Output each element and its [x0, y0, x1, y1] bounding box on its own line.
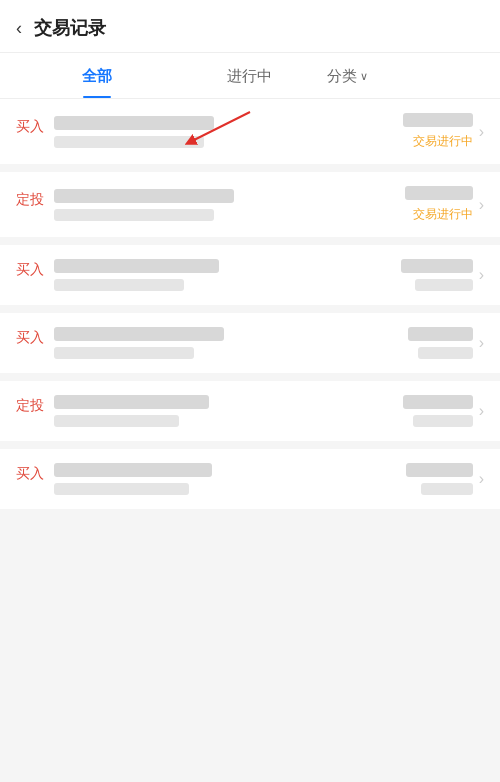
tx-detail-placeholder [54, 415, 179, 427]
chevron-right-icon: › [479, 402, 484, 420]
tab-all[interactable]: 全部 [20, 53, 173, 98]
tx-detail-placeholder [54, 136, 204, 148]
tx-type-label: 买入 [16, 261, 44, 279]
tx-info [54, 395, 393, 427]
tx-right: 交易进行中 [393, 186, 473, 223]
tx-amount2-placeholder [415, 279, 473, 291]
tx-name-placeholder [54, 116, 214, 130]
transaction-item[interactable]: 买入 › [0, 449, 500, 509]
tx-detail-placeholder [54, 483, 189, 495]
tx-type-label: 定投 [16, 397, 44, 415]
transaction-item[interactable]: 买入 › [0, 245, 500, 305]
tx-name-placeholder [54, 327, 224, 341]
page-title: 交易记录 [34, 16, 106, 40]
transaction-item[interactable]: 买入 交易进行中 › [0, 99, 500, 164]
back-button[interactable]: ‹ [16, 18, 22, 39]
tx-detail-placeholder [54, 347, 194, 359]
tx-left: 买入 [16, 327, 393, 359]
transaction-item[interactable]: 定投 › [0, 381, 500, 441]
tx-amount-placeholder [403, 113, 473, 127]
tx-right [393, 259, 473, 291]
app-container: ‹ 交易记录 全部 进行中 分类 ∨ 买入 [0, 0, 500, 509]
tx-type-label: 定投 [16, 191, 44, 209]
tx-name-placeholder [54, 189, 234, 203]
tx-left: 买入 [16, 259, 393, 291]
tx-amount-placeholder [405, 186, 473, 200]
tx-detail-placeholder [54, 279, 184, 291]
tx-right: 交易进行中 [393, 113, 473, 150]
tx-amount2-placeholder [418, 347, 473, 359]
tx-status: 交易进行中 [413, 206, 473, 223]
tx-right [393, 327, 473, 359]
tx-left: 买入 [16, 463, 393, 495]
chevron-right-icon: › [479, 123, 484, 141]
classify-dropdown-icon: ∨ [360, 70, 368, 83]
tab-classify[interactable]: 分类 ∨ [327, 53, 480, 98]
tx-left: 定投 [16, 189, 393, 221]
tx-name-placeholder [54, 463, 212, 477]
tx-name-placeholder [54, 259, 219, 273]
tx-amount2-placeholder [421, 483, 473, 495]
chevron-right-icon: › [479, 334, 484, 352]
tx-amount-placeholder [403, 395, 473, 409]
tx-amount2-placeholder [413, 415, 473, 427]
tab-bar: 全部 进行中 分类 ∨ [0, 53, 500, 99]
tx-right [393, 463, 473, 495]
tx-right [393, 395, 473, 427]
tx-amount-placeholder [408, 327, 473, 341]
tx-type-label: 买入 [16, 118, 44, 136]
tx-detail-placeholder [54, 209, 214, 221]
tx-left: 定投 [16, 395, 393, 427]
tx-name-placeholder [54, 395, 209, 409]
tx-info [54, 116, 393, 148]
chevron-right-icon: › [479, 470, 484, 488]
transaction-item[interactable]: 定投 交易进行中 › [0, 172, 500, 237]
tx-amount-placeholder [401, 259, 473, 273]
chevron-right-icon: › [479, 266, 484, 284]
tab-ongoing[interactable]: 进行中 [173, 53, 326, 98]
tx-type-label: 买入 [16, 465, 44, 483]
tx-status: 交易进行中 [413, 133, 473, 150]
chevron-right-icon: › [479, 196, 484, 214]
header: ‹ 交易记录 [0, 0, 500, 53]
tx-info [54, 327, 393, 359]
transaction-item[interactable]: 买入 › [0, 313, 500, 373]
tx-amount-placeholder [406, 463, 473, 477]
tx-info [54, 259, 393, 291]
tx-type-label: 买入 [16, 329, 44, 347]
tx-info [54, 189, 393, 221]
transaction-list: 买入 交易进行中 › 定投 [0, 99, 500, 509]
tx-left: 买入 [16, 116, 393, 148]
tx-info [54, 463, 393, 495]
